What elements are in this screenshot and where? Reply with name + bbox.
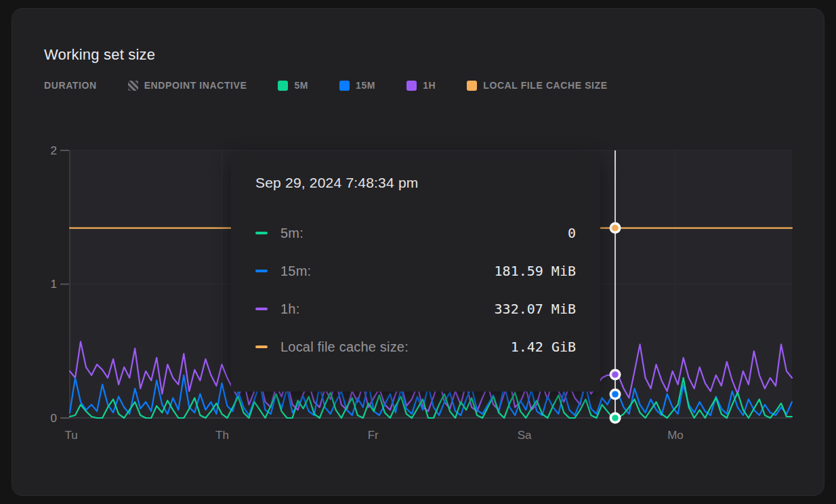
- orange-line-icon: [255, 345, 268, 348]
- tooltip-row-label: Local file cache size:: [280, 339, 409, 355]
- marker-dot-5m: [612, 415, 619, 421]
- tooltip-timestamp: Sep 29, 2024 7:48:34 pm: [255, 173, 576, 193]
- y-tick-label: 0: [51, 412, 57, 425]
- y-tick-label: 1: [51, 278, 57, 291]
- green-line-icon: [255, 232, 268, 234]
- tooltip-row-value: 0: [568, 225, 576, 241]
- tooltip-row-15m: 15m: 181.59 MiB: [255, 252, 576, 290]
- tooltip-row-value: 181.59 MiB: [495, 263, 576, 279]
- tooltip-row-local-file-cache-size: Local file cache size: 1.42 GiB: [255, 328, 576, 366]
- x-tick-label: Fr: [368, 429, 379, 442]
- x-tick-label: Th: [215, 429, 229, 442]
- tooltip-row-label: 5m:: [280, 226, 304, 241]
- chart-tooltip: Sep 29, 2024 7:48:34 pm 5m: 0 15m: 181.5…: [231, 152, 600, 392]
- y-tick-label: 2: [51, 144, 57, 157]
- x-tick-label: Sa: [518, 429, 532, 442]
- metrics-panel: Working set size DURATION ENDPOINT INACT…: [0, 0, 836, 504]
- marker-dot-15m: [612, 391, 619, 398]
- marker-dot-local-file-cache-size: [612, 225, 619, 232]
- purple-line-icon: [255, 308, 268, 310]
- tooltip-row-1h: 1h: 332.07 MiB: [255, 290, 576, 328]
- tooltip-row-label: 1h:: [280, 301, 299, 317]
- blue-line-icon: [255, 270, 268, 272]
- x-tick-label: Tu: [65, 429, 78, 442]
- marker-dot-1h: [612, 371, 619, 378]
- tooltip-row-value: 332.07 MiB: [495, 301, 576, 317]
- x-tick-label: Mo: [667, 429, 684, 442]
- tooltip-row-label: 15m:: [280, 264, 311, 279]
- tooltip-row-value: 1.42 GiB: [511, 339, 576, 355]
- tooltip-row-5m: 5m: 0: [255, 214, 576, 252]
